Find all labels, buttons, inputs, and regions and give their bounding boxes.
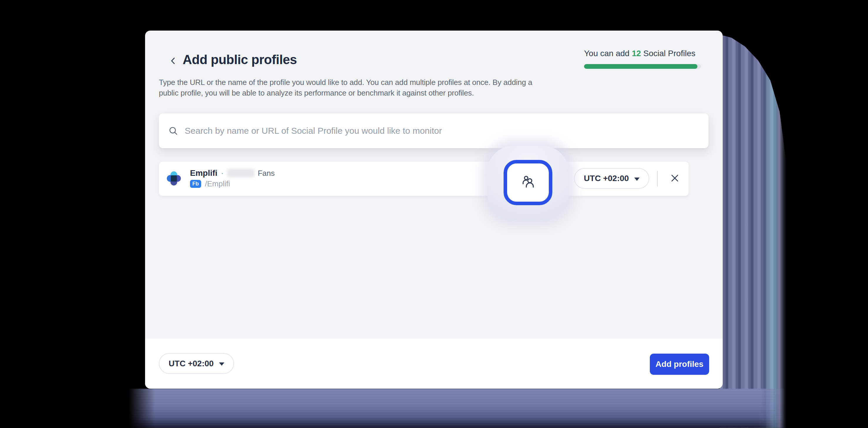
limit-count: 12 [632, 49, 641, 58]
footer-timezone-label: UTC +02:00 [168, 359, 214, 368]
users-icon [520, 173, 536, 192]
row-divider [657, 171, 658, 187]
search-input[interactable] [185, 126, 699, 136]
limit-suffix: Social Profiles [643, 49, 695, 58]
profile-handle: /Emplifi [205, 179, 230, 189]
profile-name: Emplifi [190, 168, 217, 178]
facebook-badge: Fb [190, 180, 201, 188]
footer-timezone-select[interactable]: UTC +02:00 [159, 353, 234, 374]
caret-down-icon [219, 363, 224, 366]
profile-search-bar [159, 113, 709, 148]
drag-ghost-card [504, 160, 552, 205]
limit-prefix: You can add [584, 49, 629, 58]
profile-name-line: Emplifi · Fans [190, 168, 275, 178]
search-icon [168, 126, 178, 136]
chevron-left-icon [169, 56, 178, 66]
description-line-2: public profile, you will be able to anal… [159, 88, 532, 98]
modal-description: Type the URL or the name of the profile … [159, 77, 532, 98]
dot-separator: · [221, 168, 223, 178]
close-x-icon [671, 174, 679, 183]
fans-label: Fans [258, 169, 275, 178]
profile-limit-block: You can add 12 Social Profiles [584, 49, 701, 69]
profile-row-emplifi[interactable]: Emplifi · Fans Fb /Emplifi UTC +02:00 [159, 162, 689, 196]
row-timezone-select[interactable]: UTC +02:00 [574, 168, 649, 189]
emplifi-logo [166, 171, 181, 186]
add-public-profiles-modal: Add public profiles You can add 12 Socia… [145, 31, 723, 389]
description-line-1: Type the URL or the name of the profile … [159, 77, 532, 88]
page-title: Add public profiles [183, 52, 297, 67]
profile-limit-text: You can add 12 Social Profiles [584, 49, 701, 58]
artifact-band-bottom [129, 389, 785, 428]
add-profiles-button[interactable]: Add profiles [650, 353, 709, 375]
drag-ghost-overlay[interactable] [488, 146, 568, 219]
app-canvas: Add public profiles You can add 12 Socia… [0, 0, 868, 428]
modal-footer: UTC +02:00 Add profiles [145, 339, 723, 389]
artifact-band-right [719, 33, 786, 428]
profile-limit-progress [584, 64, 701, 69]
row-timezone-label: UTC +02:00 [584, 174, 629, 183]
back-button[interactable] [167, 55, 180, 67]
remove-profile-button[interactable] [664, 168, 685, 189]
redacted-fan-count [227, 169, 254, 177]
profile-limit-progress-fill [584, 64, 698, 69]
profile-sub-line: Fb /Emplifi [190, 179, 230, 189]
caret-down-icon [634, 177, 640, 181]
